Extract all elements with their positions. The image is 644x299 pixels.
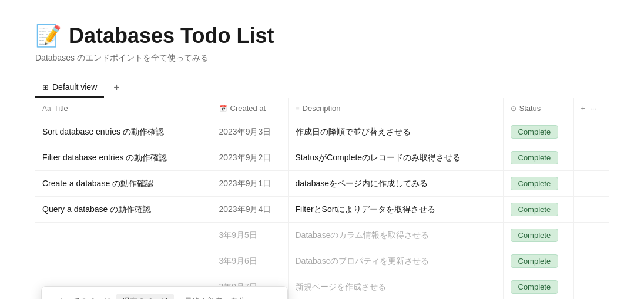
page-subtitle: Databases のエンドポイントを全て使ってみる	[35, 53, 609, 63]
status-badge: Complete	[511, 125, 559, 139]
cell-description: 作成日の降順で並び替えさせる	[288, 119, 503, 145]
dropdown-overlay: すべてのページ 現在のページ 最終更新者：自分 🔍 📄 Archive a pa…	[41, 286, 288, 299]
table-row[interactable]: 3年9月6日Databaseのプロパティを更新させるComplete	[35, 248, 609, 274]
cell-title: Query a database の動作確認	[35, 197, 212, 223]
main-table: Aa Title 📅 Created at ≡ Descripti	[35, 98, 609, 299]
cell-actions	[573, 223, 609, 248]
cell-status: Complete	[503, 223, 573, 248]
col-header-title: Aa Title	[35, 98, 212, 119]
status-badge: Complete	[511, 203, 559, 216]
cell-actions	[573, 145, 609, 171]
table-wrapper: Aa Title 📅 Created at ≡ Descripti	[35, 98, 609, 299]
cell-status: Complete	[503, 248, 573, 274]
table-row[interactable]: Create a database の動作確認2023年9月1日database…	[35, 171, 609, 197]
dropdown-tabs: すべてのページ 現在のページ 最終更新者：自分	[42, 287, 287, 299]
cell-actions	[573, 274, 609, 300]
table-row[interactable]: Query a database の動作確認2023年9月4日FilterとSo…	[35, 197, 609, 223]
status-col-label: Status	[519, 104, 541, 113]
cell-created: 3年9月5日	[212, 223, 288, 248]
cell-status: Complete	[503, 145, 573, 171]
table-row[interactable]: Sort database entries の動作確認2023年9月3日作成日の…	[35, 119, 609, 145]
cell-actions	[573, 197, 609, 223]
cell-actions	[573, 171, 609, 197]
col-more-icon[interactable]: ···	[590, 104, 596, 113]
created-col-label: Created at	[230, 104, 266, 113]
cell-description: StatusがCompleteのレコードのみ取得させる	[288, 145, 503, 171]
page-title-row: 📝 Databases Todo List	[35, 23, 609, 48]
cell-description: Databaseのカラム情報を取得させる	[288, 223, 503, 248]
cell-status: Complete	[503, 274, 573, 300]
cell-created: 2023年9月3日	[212, 119, 288, 145]
status-badge: Complete	[511, 177, 559, 190]
status-badge: Complete	[511, 280, 559, 294]
cell-title: Sort database entries の動作確認	[35, 119, 212, 145]
cell-created: 2023年9月2日	[212, 145, 288, 171]
tabs-row: ⊞ Default view +	[35, 78, 609, 98]
cell-description: Databaseのプロパティを更新させる	[288, 248, 503, 274]
desc-col-icon: ≡	[296, 105, 300, 113]
dropdown-tab-last-updated[interactable]: 最終更新者：自分	[179, 294, 251, 299]
title-col-icon: Aa	[42, 105, 51, 113]
cell-status: Complete	[503, 171, 573, 197]
cell-created: 2023年9月1日	[212, 171, 288, 197]
cell-title	[35, 223, 212, 248]
status-badge: Complete	[511, 254, 559, 268]
cell-actions	[573, 248, 609, 274]
cell-title: Create a database の動作確認	[35, 171, 212, 197]
col-add-icon[interactable]: +	[581, 104, 586, 113]
table-header-row: Aa Title 📅 Created at ≡ Descripti	[35, 98, 609, 119]
cell-description: databaseをページ内に作成してみる	[288, 171, 503, 197]
cell-status: Complete	[503, 197, 573, 223]
col-header-description: ≡ Description	[288, 98, 503, 119]
col-header-actions: + ···	[573, 98, 609, 119]
cell-created: 3年9月6日	[212, 248, 288, 274]
status-badge: Complete	[511, 229, 559, 242]
col-header-created: 📅 Created at	[212, 98, 288, 119]
cell-actions	[573, 119, 609, 145]
col-header-status: ⊙ Status	[503, 98, 573, 119]
cell-description: FilterとSortによりデータを取得させる	[288, 197, 503, 223]
created-col-icon: 📅	[219, 105, 227, 112]
tab-default-view[interactable]: ⊞ Default view	[35, 78, 104, 98]
status-col-icon: ⊙	[511, 105, 516, 113]
cell-created: 2023年9月4日	[212, 197, 288, 223]
page-emoji: 📝	[35, 23, 62, 48]
table-row[interactable]: Filter database entries の動作確認2023年9月2日St…	[35, 145, 609, 171]
grid-icon: ⊞	[42, 83, 49, 92]
title-col-label: Title	[54, 104, 68, 113]
status-badge: Complete	[511, 151, 559, 164]
table-row[interactable]: 3年9月5日Databaseのカラム情報を取得させるComplete	[35, 223, 609, 248]
page-title: Databases Todo List	[69, 23, 274, 48]
cell-description: 新規ページを作成させる	[288, 274, 503, 300]
desc-col-label: Description	[303, 104, 341, 113]
cell-title: Filter database entries の動作確認	[35, 145, 212, 171]
table-body: Sort database entries の動作確認2023年9月3日作成日の…	[35, 119, 609, 300]
cell-status: Complete	[503, 119, 573, 145]
dropdown-tab-current-page[interactable]: 現在のページ	[116, 294, 174, 299]
cell-title	[35, 248, 212, 274]
tab-default-view-label: Default view	[52, 82, 97, 92]
add-tab-button[interactable]: +	[109, 79, 125, 96]
dropdown-tab-all-pages[interactable]: すべてのページ	[51, 294, 116, 299]
page-container: 📝 Databases Todo List Databases のエンドポイント…	[0, 0, 644, 299]
